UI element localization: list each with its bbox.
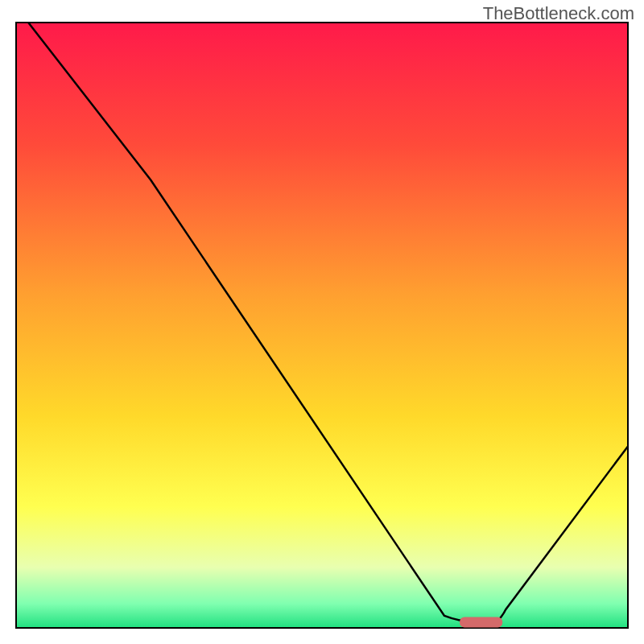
- watermark-text: TheBottleneck.com: [483, 3, 634, 24]
- optimal-marker: [460, 617, 502, 627]
- gradient-background: [16, 23, 628, 628]
- bottleneck-chart: [0, 0, 644, 644]
- chart-container: TheBottleneck.com: [0, 0, 644, 644]
